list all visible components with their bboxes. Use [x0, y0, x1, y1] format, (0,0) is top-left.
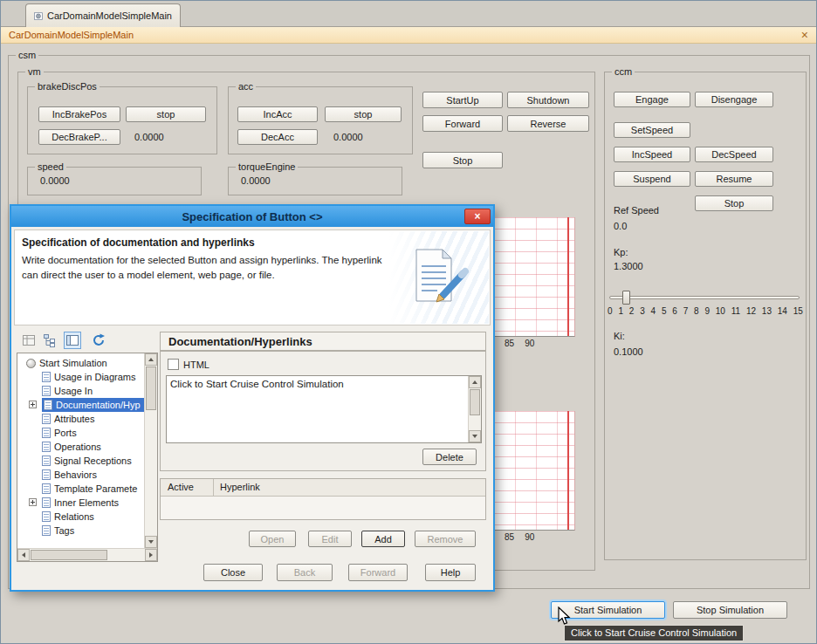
chart-time-marker [567, 217, 569, 336]
forward-button[interactable]: Forward [348, 564, 408, 581]
incspeed-button[interactable]: IncSpeed [614, 147, 690, 162]
tree-item-usage-in-diagrams[interactable]: Usage in Diagrams [17, 370, 144, 384]
expand-plus-icon[interactable] [29, 401, 37, 408]
slider-tick-label: 3 [640, 306, 645, 316]
add-button[interactable]: Add [361, 531, 405, 547]
scroll-down-arrow[interactable] [145, 536, 157, 548]
ccm-group-label: ccm [612, 66, 635, 77]
ccm-stop-button[interactable]: Stop [695, 195, 773, 211]
scrollbar-thumb[interactable] [470, 389, 480, 415]
help-button[interactable]: Help [425, 564, 476, 581]
scroll-up-arrow[interactable] [145, 353, 157, 366]
engage-button[interactable]: Engage [614, 92, 690, 107]
kp-slider-thumb[interactable] [622, 291, 630, 305]
edit-button[interactable]: Edit [308, 531, 352, 547]
tree-item-template-parameters[interactable]: Template Paramete [17, 482, 144, 496]
scroll-down-arrow[interactable] [469, 430, 481, 442]
ccm-group: ccm Engage Disengage SetSpeed IncSpeed D… [604, 72, 807, 560]
forward-button[interactable]: Forward [422, 115, 503, 132]
tree-item-attributes[interactable]: Attributes [17, 412, 144, 426]
remove-button[interactable]: Remove [415, 531, 476, 547]
document-icon [42, 511, 51, 522]
ki-label: Ki: [614, 331, 625, 341]
diagram-close-icon[interactable]: × [801, 29, 808, 41]
document-icon [44, 400, 52, 410]
delete-button[interactable]: Delete [422, 449, 477, 465]
tree-item-label: Usage In [54, 386, 93, 396]
tree-item-ports[interactable]: Ports [17, 426, 144, 440]
tree-item-start-simulation[interactable]: Start Simulation [17, 356, 144, 370]
startup-button[interactable]: StartUp [422, 92, 503, 108]
scrollbar-thumb[interactable] [146, 367, 156, 410]
tree-item-behaviors[interactable]: Behaviors [17, 468, 144, 482]
xtick-label: 85 [505, 532, 514, 542]
tree-view-icon[interactable] [41, 332, 58, 349]
tree-item-tags[interactable]: Tags [17, 524, 144, 538]
decbrakepos-button[interactable]: DecBrakeP... [38, 129, 120, 145]
close-button[interactable]: Close [203, 564, 263, 581]
tab-label: CarDomainModelSimpleMain [47, 10, 172, 21]
tree-item-relations[interactable]: Relations [17, 510, 144, 524]
tree-vertical-scrollbar[interactable] [144, 353, 157, 548]
tree-item-documentation-hyperlinks[interactable]: Documentation/Hyp [17, 398, 144, 412]
suspend-button[interactable]: Suspend [614, 171, 690, 187]
scroll-up-arrow[interactable] [469, 376, 481, 388]
slider-tick-label: 1 [618, 306, 623, 316]
scroll-right-arrow[interactable] [145, 549, 157, 561]
torqueengine-group: torqueEngine 0.0000 [228, 167, 402, 195]
stop-simulation-button[interactable]: Stop Simulation [673, 601, 787, 619]
textarea-scrollbar[interactable] [468, 376, 481, 442]
dialog-header-band: Specification of documentation and hyper… [14, 230, 491, 325]
tab-cardomainmodelsimplemain[interactable]: CarDomainModelSimpleMain [25, 3, 181, 27]
scrollbar-thumb[interactable] [31, 550, 107, 560]
back-button[interactable]: Back [277, 564, 333, 581]
dialog-titlebar[interactable]: Specification of Button <> × [11, 206, 493, 227]
slider-tick-label: 9 [704, 306, 710, 316]
incacc-button[interactable]: IncAcc [237, 106, 318, 122]
reverse-button[interactable]: Reverse [507, 115, 589, 132]
compartments-view-icon[interactable] [64, 332, 81, 349]
document-icon [42, 525, 51, 536]
torque-chart-fragment [494, 411, 575, 531]
disengage-button[interactable]: Disengage [695, 92, 773, 107]
kp-value: 1.3000 [614, 261, 643, 271]
ref-speed-label: Ref Speed [614, 205, 659, 216]
dialog-close-button[interactable]: × [464, 209, 491, 224]
brakediscpos-group-label: brakeDiscPos [35, 81, 100, 92]
tree-item-label: Operations [54, 442, 101, 452]
tree-item-signal-receptions[interactable]: Signal Receptions [17, 454, 144, 468]
html-checkbox[interactable] [168, 359, 179, 370]
tree-item-label: Attributes [54, 414, 94, 424]
grid-view-icon[interactable] [20, 332, 38, 349]
torque-chart-xticks: 85 90 [505, 532, 534, 542]
tab-bar: CarDomainModelSimpleMain [1, 1, 816, 27]
tree-item-usage-in[interactable]: Usage In [17, 384, 144, 398]
mouse-cursor [558, 606, 573, 627]
shutdown-button[interactable]: Shutdown [507, 92, 589, 108]
decspeed-button[interactable]: DecSpeed [695, 147, 773, 162]
specification-dialog: Specification of Button <> × Specificati… [10, 204, 495, 592]
resume-button[interactable]: Resume [695, 171, 773, 187]
open-button[interactable]: Open [249, 531, 296, 547]
tree-horizontal-scrollbar[interactable] [17, 548, 157, 561]
refresh-icon[interactable] [90, 332, 107, 349]
speed-chart-fragment [494, 217, 575, 337]
decacc-button[interactable]: DecAcc [237, 129, 318, 145]
tree-item-inner-elements[interactable]: Inner Elements [17, 496, 144, 510]
diagram-title: CarDomainModelSimpleMain [9, 30, 134, 40]
documentation-textarea[interactable]: Click to Start Cruise Control Simulation [166, 375, 482, 443]
scroll-left-arrow[interactable] [17, 549, 30, 561]
setspeed-button[interactable]: SetSpeed [614, 122, 690, 138]
button-element-icon [26, 359, 36, 368]
vm-stop-button[interactable]: Stop [422, 152, 503, 168]
document-icon [42, 456, 51, 466]
tree-item-operations[interactable]: Operations [17, 440, 144, 454]
acc-stop-button[interactable]: stop [325, 106, 402, 122]
diagram-header: CarDomainModelSimpleMain × [1, 27, 816, 44]
brake-stop-button[interactable]: stop [126, 106, 206, 122]
kp-slider[interactable] [609, 296, 800, 299]
expand-plus-icon[interactable] [29, 498, 37, 506]
speed-group: speed 0.0000 [27, 167, 202, 195]
incbrakepos-button[interactable]: IncBrakePos [38, 106, 120, 122]
tree-item-label: Start Simulation [39, 358, 107, 368]
